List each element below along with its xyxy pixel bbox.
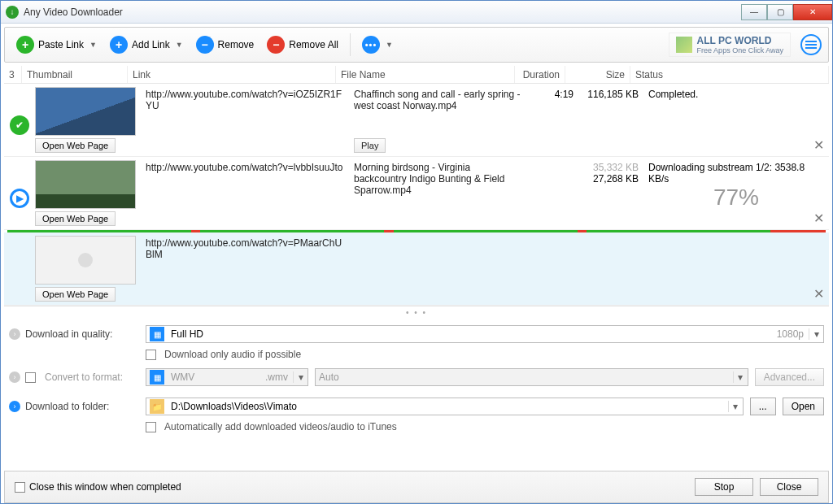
status-text: Downloading substream 1/2: 3538.8 KB/s — [648, 162, 824, 185]
header-size[interactable]: Size — [565, 66, 630, 83]
brand-logo[interactable]: ALL PC WORLD Free Apps One Click Away — [669, 33, 791, 57]
folder-select[interactable]: 📁 D:\Downloads\Videos\Vimato ▾ — [146, 398, 744, 415]
itunes-checkbox[interactable] — [146, 422, 156, 432]
close-when-done-checkbox[interactable] — [15, 482, 25, 493]
minus-icon: − — [196, 36, 214, 54]
toolbar: + Paste Link ▼ + Add Link ▼ − Remove − R… — [4, 27, 829, 63]
audio-only-label: Download only audio if possible — [164, 349, 301, 360]
format-value: WMV — [168, 371, 260, 383]
open-web-page-button[interactable]: Open Web Page — [35, 138, 116, 153]
header-duration[interactable]: Duration — [515, 66, 565, 83]
row-close-button[interactable]: ✕ — [813, 286, 824, 302]
minus-icon: − — [267, 36, 285, 54]
options-panel: ›Download in quality: ▦ Full HD 1080p ▾ … — [9, 322, 824, 432]
row-close-button[interactable]: ✕ — [813, 137, 824, 153]
link-text: http://www.youtube.com/watch?v=PMaarChUB… — [146, 237, 344, 260]
open-web-page-button[interactable]: Open Web Page — [35, 211, 116, 226]
list-header: 3 Thumbnail Link File Name Duration Size… — [4, 66, 829, 84]
file-name: Morning birdsong - Virginia backcountry … — [354, 162, 523, 196]
splitter-grip[interactable]: • • • — [4, 306, 829, 319]
chevron-icon: › — [9, 401, 20, 412]
format-ext: .wmv — [260, 371, 293, 383]
chevron-down-icon[interactable]: ▾ — [733, 371, 748, 383]
remove-label: Remove — [218, 39, 255, 50]
format-select[interactable]: ▦ WMV .wmv ▾ — [146, 368, 308, 386]
title-bar: ↓ Any Video Downloader — ▢ ✕ — [1, 1, 832, 24]
folder-icon: 📁 — [150, 399, 164, 414]
chevron-icon: › — [9, 371, 20, 383]
chevron-down-icon[interactable]: ▾ — [293, 371, 307, 383]
header-status[interactable]: Status — [630, 66, 829, 83]
footer-bar: Close this window when completed Stop Cl… — [4, 471, 829, 503]
folder-path: D:\Downloads\Videos\Vimato — [168, 401, 728, 412]
chevron-down-icon[interactable]: ▼ — [89, 41, 97, 49]
dots-icon: ••• — [362, 36, 380, 54]
app-icon: ↓ — [6, 6, 19, 19]
close-button[interactable]: Close — [760, 478, 818, 496]
paste-link-label: Paste Link — [38, 39, 84, 50]
logo-title: ALL PC WORLD — [697, 35, 783, 46]
convert-label: Convert to format: — [45, 371, 123, 383]
itunes-label: Automatically add downloaded videos/audi… — [164, 421, 397, 432]
quality-select[interactable]: ▦ Full HD 1080p ▾ — [146, 325, 824, 343]
link-text: http://www.youtube.com/watch?v=lvbbIsuuJ… — [146, 162, 344, 173]
chevron-icon: › — [9, 328, 20, 340]
close-when-done-label: Close this window when completed — [29, 481, 181, 493]
duration: 4:19 — [528, 84, 578, 156]
row-close-button[interactable]: ✕ — [813, 211, 824, 226]
remove-all-button[interactable]: − Remove All — [262, 33, 343, 57]
minimize-button[interactable]: — — [741, 4, 767, 20]
size-total: 35,332 KB — [583, 162, 639, 173]
progress-percent: 77% — [648, 185, 824, 211]
duration — [528, 157, 578, 229]
thumbnail[interactable] — [35, 160, 136, 209]
stop-button[interactable]: Stop — [695, 478, 753, 496]
logo-subtitle: Free Apps One Click Away — [697, 46, 783, 54]
file-size: 116,185 KB — [578, 84, 643, 156]
chevron-down-icon[interactable]: ▼ — [386, 41, 393, 49]
window-close-button[interactable]: ✕ — [793, 4, 832, 20]
remove-button[interactable]: − Remove — [191, 33, 259, 57]
header-thumbnail[interactable]: Thumbnail — [22, 66, 128, 83]
chevron-down-icon[interactable]: ▾ — [728, 401, 743, 412]
table-row[interactable]: ▶ Open Web Page http://www.youtube.com/w… — [4, 157, 829, 230]
audio-only-checkbox[interactable] — [146, 350, 156, 360]
open-web-page-button[interactable]: Open Web Page — [35, 287, 116, 302]
film-icon: ▦ — [150, 370, 164, 385]
file-name: Chaffinch song and call - early spring -… — [354, 89, 523, 111]
preset-select[interactable]: Auto ▾ — [315, 368, 748, 386]
paste-link-button[interactable]: + Paste Link ▼ — [11, 33, 102, 57]
download-list: ✔ Open Web Page http://www.youtube.com/w… — [4, 84, 829, 306]
add-link-button[interactable]: + Add Link ▼ — [105, 33, 188, 57]
convert-checkbox[interactable] — [25, 372, 36, 383]
header-link[interactable]: Link — [128, 66, 336, 83]
preset-value: Auto — [316, 371, 733, 383]
window-title: Any Video Downloader — [24, 7, 123, 18]
table-row[interactable]: Open Web Page http://www.youtube.com/wat… — [4, 232, 829, 306]
separator — [350, 33, 351, 56]
advanced-button[interactable]: Advanced... — [755, 368, 824, 386]
header-count[interactable]: 3 — [4, 66, 22, 83]
open-folder-button[interactable]: Open — [783, 398, 824, 415]
hamburger-icon — [805, 44, 817, 46]
maximize-button[interactable]: ▢ — [767, 4, 793, 20]
quality-resolution: 1080p — [772, 328, 809, 340]
thumbnail[interactable] — [35, 87, 136, 136]
plus-icon: + — [16, 36, 34, 54]
header-filename[interactable]: File Name — [336, 66, 515, 83]
quality-label: Download in quality: — [25, 328, 112, 340]
remove-all-label: Remove All — [289, 39, 338, 50]
thumbnail-placeholder[interactable] — [35, 236, 136, 285]
hamburger-menu-button[interactable] — [800, 34, 822, 55]
folder-label: Download to folder: — [25, 401, 109, 412]
chevron-down-icon[interactable]: ▼ — [176, 41, 183, 49]
more-button[interactable]: ••• ▼ — [357, 33, 398, 57]
status-text: Completed. — [643, 84, 829, 156]
play-icon: ▶ — [10, 189, 29, 208]
table-row[interactable]: ✔ Open Web Page http://www.youtube.com/w… — [4, 84, 829, 157]
browse-button[interactable]: ... — [750, 398, 776, 415]
chevron-down-icon[interactable]: ▾ — [809, 328, 823, 340]
box-icon — [676, 37, 692, 53]
play-button[interactable]: Play — [354, 138, 386, 153]
link-text: http://www.youtube.com/watch?v=iOZ5IZR1F… — [146, 89, 344, 111]
